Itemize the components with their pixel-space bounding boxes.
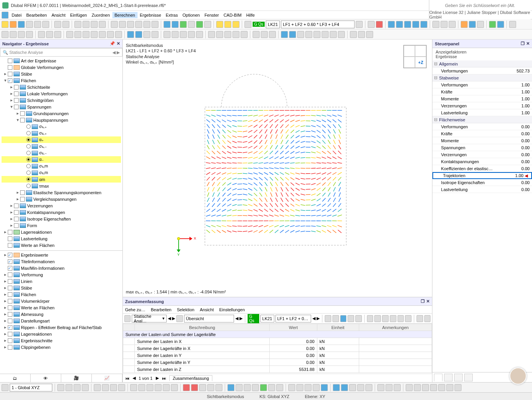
prev-lc-icon[interactable] <box>244 21 251 28</box>
sumtb-c-icon[interactable] <box>340 315 347 322</box>
sum-analysis-select[interactable]: Statische Anal… ▾ <box>132 315 167 322</box>
redo-icon[interactable] <box>62 21 69 28</box>
bt-aa-icon[interactable] <box>288 384 295 391</box>
summary-menu-item[interactable]: Gehe zu… <box>125 307 146 312</box>
grid-2-icon[interactable] <box>119 21 126 28</box>
bt-q-icon[interactable] <box>199 384 206 391</box>
bt-r-icon[interactable] <box>207 384 214 391</box>
tree-item[interactable]: ▸Schnittgrößen <box>2 97 121 103</box>
zoom-icon[interactable] <box>18 31 25 38</box>
bt-ao-icon[interactable] <box>414 384 421 391</box>
menu-fenster[interactable]: Fenster <box>202 12 221 18</box>
bt-ae-icon[interactable] <box>321 384 328 391</box>
save-all-icon[interactable] <box>34 21 41 28</box>
fe-d-icon[interactable] <box>305 31 312 38</box>
bt-aq-icon[interactable] <box>430 384 437 391</box>
bt-ar-icon[interactable] <box>438 384 445 391</box>
bt-n-icon[interactable] <box>171 384 178 391</box>
clip-a-icon[interactable] <box>208 31 215 38</box>
bt-c-icon[interactable] <box>74 384 81 391</box>
prop-group[interactable]: ⊟Stabweise <box>432 74 532 81</box>
fe-f-icon[interactable] <box>322 31 329 38</box>
cursor-icon[interactable] <box>2 31 9 38</box>
sumtb-a-icon[interactable] <box>325 315 331 322</box>
summary-menu-item[interactable]: Einstellungen <box>219 307 245 312</box>
table-row[interactable]: Summe der Lasten in X0.00kN <box>123 338 432 345</box>
solids-icon[interactable] <box>188 21 195 28</box>
prop-row[interactable]: Verformungen1.00 <box>432 81 532 88</box>
sumtb-b-icon[interactable] <box>332 315 339 322</box>
bt-ap-icon[interactable] <box>422 384 429 391</box>
menu-extras[interactable]: Extras <box>164 12 180 18</box>
sum-prev3-icon[interactable]: ◀ <box>312 316 315 321</box>
summary-close-icon[interactable]: ✕ <box>426 299 430 304</box>
grid-1-icon[interactable] <box>111 21 118 28</box>
tree-item[interactable]: ▾Spannungen <box>2 103 121 110</box>
menu-einfügen[interactable]: Einfügen <box>68 12 89 18</box>
grid-3-icon[interactable] <box>127 21 134 28</box>
clip-b-icon[interactable] <box>216 31 223 38</box>
cp-tab-filter-icon[interactable] <box>464 374 473 381</box>
results-tree[interactable]: Art der ErgebnisseGlobale Verformungen▸S… <box>0 57 122 250</box>
vis-e-icon[interactable] <box>196 31 203 38</box>
tree-item[interactable]: ▸Isotrope Eigenschaften <box>2 216 121 222</box>
tool-a-icon[interactable] <box>74 21 81 28</box>
tree-item[interactable]: αm <box>2 176 121 183</box>
keyword-search-input[interactable] <box>445 3 515 8</box>
grid-4-icon[interactable] <box>135 21 142 28</box>
prop-row[interactable]: Trajektorien1.00 <box>432 172 532 179</box>
pager-prev-icon[interactable]: ◀ <box>133 376 136 381</box>
tree-item[interactable]: σ₂,₊ <box>2 130 121 136</box>
bt-a-icon[interactable] <box>57 384 64 391</box>
fe-e-icon[interactable] <box>313 31 320 38</box>
fe-b-icon[interactable] <box>289 31 296 38</box>
tree-item[interactable]: σ₁,m <box>2 163 121 169</box>
view-cube[interactable]: +Z <box>403 45 427 68</box>
rotate-icon[interactable] <box>26 31 33 38</box>
view-iso-icon[interactable] <box>66 31 73 38</box>
next-lc-icon[interactable] <box>356 21 363 28</box>
analysis-type-select[interactable]: 🔍 Statische Analyse◀ ▶ <box>0 48 122 57</box>
tree-item[interactable]: Werte an Flächen <box>2 242 121 248</box>
load-c-icon[interactable] <box>232 21 239 28</box>
load-combo-select[interactable]: LF1 + LF2 + 0.60 * LF3 + LF4 <box>281 21 355 28</box>
sumtb-h-icon[interactable] <box>382 315 389 322</box>
snap-c-icon[interactable] <box>269 31 276 38</box>
cp-close-icon[interactable]: ✕ <box>526 41 530 46</box>
grid-5-icon[interactable] <box>143 21 150 28</box>
tree-item[interactable]: ▾Flächen <box>2 77 121 84</box>
res-c-icon[interactable] <box>404 21 411 28</box>
prop-row[interactable]: Isotrope Eigenschaften0.00 <box>432 179 532 186</box>
bt-ab-icon[interactable] <box>296 384 303 391</box>
clip-d-icon[interactable] <box>232 31 239 38</box>
new-file-icon[interactable] <box>2 21 9 28</box>
prop-row[interactable]: Verzerrungen0.00 <box>432 151 532 158</box>
zoomall-icon[interactable] <box>46 31 53 38</box>
tree-item[interactable]: ▸Lokale Verformungen <box>2 90 121 97</box>
bt-h-icon[interactable] <box>118 384 125 391</box>
menu-datei[interactable]: Datei <box>9 12 24 18</box>
view-minusx-icon[interactable] <box>99 31 106 38</box>
solid-icon[interactable] <box>135 31 142 38</box>
tree-item[interactable]: ▾Hauptspannungen <box>2 117 121 123</box>
tree-item[interactable]: ▸Verformung <box>2 271 121 278</box>
summary-pin-icon[interactable]: ❐ <box>421 299 425 304</box>
tree-item[interactable]: ▸Werte an Flächen <box>2 304 121 311</box>
sum-prev2-icon[interactable]: ◀ <box>235 316 238 321</box>
tree-item[interactable]: ▸Kontaktspannungen <box>2 209 121 216</box>
prop-row[interactable]: Koeffizienten der elastisc…0.00 <box>432 165 532 172</box>
prop-row[interactable]: Kräfte1.00 <box>432 88 532 95</box>
bt-ak-icon[interactable] <box>377 384 384 391</box>
prop-row[interactable]: Verzerrungen1.00 <box>432 102 532 109</box>
view-x-icon[interactable] <box>74 31 81 38</box>
tree-item[interactable]: ▸Lagerreaktionen <box>2 331 121 337</box>
tree-item[interactable]: ▸Linien <box>2 278 121 284</box>
zoomsel-icon[interactable] <box>54 31 61 38</box>
color-b-icon[interactable] <box>469 21 476 28</box>
menu-berechnen[interactable]: Berechnen <box>112 12 138 18</box>
view-minusz-icon[interactable] <box>115 31 122 38</box>
tree-item[interactable]: ▸Lagerreaktionen <box>2 229 121 235</box>
view-y-icon[interactable] <box>83 31 90 38</box>
sumtb-i-icon[interactable] <box>390 315 396 322</box>
fe-a-icon[interactable] <box>281 31 288 38</box>
